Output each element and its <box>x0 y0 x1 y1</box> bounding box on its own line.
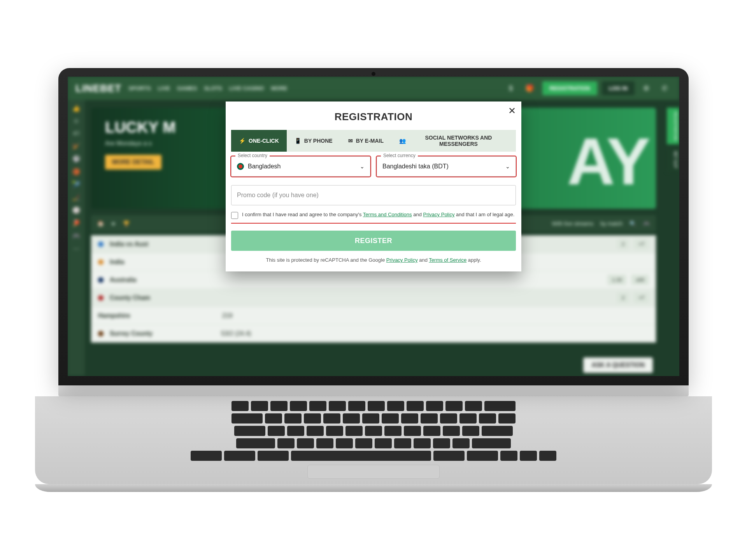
live-streams-toggle[interactable]: With live streams <box>552 220 594 227</box>
ask-question-button[interactable]: ASK A QUESTION <box>583 357 653 373</box>
laptop-hinge <box>58 385 689 396</box>
soccer-icon[interactable]: ⚽ <box>72 155 80 163</box>
team-name: Surrey County <box>110 330 153 337</box>
country-select[interactable]: Select country Bangladesh ⌄ <box>231 156 370 177</box>
search-input-bg[interactable]: by match <box>600 220 622 227</box>
tag-icon[interactable]: 🏷 <box>73 130 79 137</box>
flag-icon <box>98 259 103 265</box>
close-button[interactable]: ✕ <box>508 105 516 116</box>
country-label: Select country <box>235 153 270 158</box>
controller-icon[interactable]: 🎮 <box>643 220 650 227</box>
team-name: Hampshire <box>98 312 130 319</box>
currency-value: Bangladeshi taka (BDT) <box>382 163 449 170</box>
email-icon: ✉ <box>348 138 353 144</box>
chip-2[interactable]: 2 <box>617 239 629 249</box>
screen-viewport: LINEBET SPORTS LIVE GAMES SLOTS LIVE CAS… <box>68 77 679 376</box>
tab-social[interactable]: 👥 SOCIAL NETWORKS AND MESSENGERS <box>391 130 516 152</box>
nav-games[interactable]: GAMES <box>177 85 197 91</box>
left-rail: 👍 ☺ 🏷 🏏 ⚽ 🏀 🎾 🏒 🏐 🏓 🎮 ⋯ <box>68 100 85 376</box>
list-item[interactable]: Surrey County 53/2 (24.4) <box>91 325 656 343</box>
chip-2[interactable]: 2 <box>617 292 629 303</box>
phone-icon[interactable]: ✆ <box>658 82 672 95</box>
registration-tabs: ⚡ ONE-CLICK 📱 BY PHONE ✉ BY E-MAIL 👥 SOC… <box>231 130 516 152</box>
chevron-down-icon: ⌄ <box>505 163 510 170</box>
right-tab-registration[interactable]: REGISTRATION <box>667 108 679 144</box>
team-name: India <box>110 259 124 266</box>
tab-one-click[interactable]: ⚡ ONE-CLICK <box>231 130 287 152</box>
consent-text: I confirm that I have read and agree to … <box>242 212 514 217</box>
recaptcha-privacy-link[interactable]: Privacy Policy <box>386 257 418 263</box>
nav-slots[interactable]: SLOTS <box>204 85 222 91</box>
right-rail: REGISTRATION BET SLIP <box>667 108 679 172</box>
brand-logo[interactable]: LINEBET <box>75 82 121 94</box>
chip-plus[interactable]: +7 <box>634 239 649 249</box>
registration-form: Select country Bangladesh ⌄ Select curre… <box>226 152 521 271</box>
thumb-icon[interactable]: 👍 <box>72 105 80 112</box>
star-icon[interactable]: ★ <box>111 220 116 227</box>
register-button[interactable]: REGISTER <box>231 231 516 251</box>
settings-icon[interactable]: ⚙ <box>639 82 653 95</box>
team-name: Australia <box>110 276 136 284</box>
search-icon[interactable]: 🔍 <box>630 220 636 227</box>
home-icon[interactable]: 🏠 <box>97 220 104 227</box>
topbar: LINEBET SPORTS LIVE GAMES SLOTS LIVE CAS… <box>68 77 679 100</box>
right-tab-bet-slip[interactable]: BET SLIP <box>667 147 679 172</box>
tab-label: SOCIAL NETWORKS AND MESSENGERS <box>409 135 508 147</box>
cricket-icon[interactable]: 🏏 <box>72 142 80 150</box>
privacy-link[interactable]: Privacy Policy <box>423 212 454 217</box>
odds-chip[interactable]: 1.33 <box>607 275 626 285</box>
trophy-icon[interactable]: 🏆 <box>123 220 130 227</box>
tab-by-phone[interactable]: 📱 BY PHONE <box>287 130 340 152</box>
tab-by-email[interactable]: ✉ BY E-MAIL <box>340 130 391 152</box>
main-nav: SPORTS LIVE GAMES SLOTS LIVE CASINO MORE <box>128 85 287 91</box>
flag-icon <box>98 295 103 301</box>
match-title: India vs Aust <box>110 241 148 248</box>
registration-button[interactable]: REGISTRATION <box>542 81 597 95</box>
phone-icon: 📱 <box>295 138 301 144</box>
camera-icon <box>372 72 375 76</box>
nav-live-casino[interactable]: LIVE CASINO <box>229 85 264 91</box>
recaptcha-tos-link[interactable]: Terms of Service <box>429 257 466 263</box>
promo-more-button[interactable]: MORE DETAIL <box>105 155 161 170</box>
flag-icon <box>98 277 103 283</box>
country-value: Bangladesh <box>248 163 281 170</box>
terms-link[interactable]: Terms and Conditions <box>363 212 412 217</box>
volleyball-icon[interactable]: 🏐 <box>72 206 80 214</box>
laptop-bottom-edge <box>35 484 712 492</box>
login-button[interactable]: LOG IN <box>602 81 635 95</box>
tennis-icon[interactable]: 🎾 <box>72 181 80 188</box>
promo-bigword: AY <box>567 123 648 200</box>
odds-chip[interactable]: ±00 <box>631 275 649 285</box>
consent-checkbox[interactable] <box>231 212 238 219</box>
laptop-touchpad <box>307 465 440 479</box>
score: 53/2 (24.4) <box>221 330 251 337</box>
league-title: County Cham <box>110 294 150 301</box>
laptop-mockup: LINEBET SPORTS LIVE GAMES SLOTS LIVE CAS… <box>58 68 689 492</box>
nav-live[interactable]: LIVE <box>158 85 170 91</box>
close-icon: ✕ <box>508 105 516 116</box>
score: 219 <box>222 312 233 319</box>
nav-more[interactable]: MORE <box>271 85 287 91</box>
list-item[interactable]: Australia 1.33±00 <box>91 271 656 289</box>
currency-select[interactable]: Select currency Bangladeshi taka (BDT) ⌄ <box>377 156 516 177</box>
nav-sports[interactable]: SPORTS <box>128 85 151 91</box>
laptop-screen-bezel: LINEBET SPORTS LIVE GAMES SLOTS LIVE CAS… <box>58 68 689 385</box>
list-item[interactable]: Hampshire 219 <box>91 307 656 325</box>
registration-modal: ✕ REGISTRATION ⚡ ONE-CLICK 📱 BY PHONE ✉ … <box>226 102 521 271</box>
person-icon[interactable]: ☺ <box>73 117 79 124</box>
hockey-icon[interactable]: 🏒 <box>72 194 80 201</box>
list-header[interactable]: County Cham 2+7 <box>91 289 656 307</box>
bolt-icon: ⚡ <box>239 138 245 144</box>
promo-code-input[interactable] <box>231 185 516 205</box>
modal-title: REGISTRATION <box>226 102 521 130</box>
flag-icon <box>98 242 103 247</box>
basketball-icon[interactable]: 🏀 <box>72 168 80 175</box>
more-icon[interactable]: ⋯ <box>73 245 79 252</box>
chevron-down-icon: ⌄ <box>360 163 365 170</box>
currency-icon[interactable]: $ <box>505 82 517 95</box>
flag-icon <box>98 331 103 336</box>
chip-plus[interactable]: +7 <box>634 292 649 303</box>
gift-icon[interactable]: 🎁 <box>521 82 538 95</box>
esports-icon[interactable]: 🎮 <box>72 232 80 240</box>
table-tennis-icon[interactable]: 🏓 <box>72 219 80 227</box>
